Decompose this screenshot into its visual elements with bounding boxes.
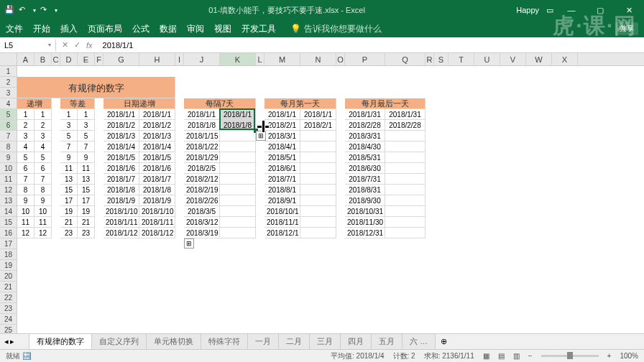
row-header-20[interactable]: 20: [0, 271, 17, 282]
data-cell[interactable]: [385, 217, 426, 228]
data-cell[interactable]: 2018/1/1: [139, 109, 175, 120]
data-cell[interactable]: 7: [17, 174, 34, 185]
col-header-F[interactable]: F: [95, 53, 104, 65]
autofill-options-button[interactable]: ⊞: [256, 131, 266, 141]
data-cell[interactable]: 19: [60, 206, 78, 217]
row-header-24[interactable]: 24: [0, 314, 17, 325]
tab-developer[interactable]: 开发工具: [242, 23, 276, 35]
row-header-4[interactable]: 4: [0, 98, 17, 109]
data-cell[interactable]: 1: [78, 109, 95, 120]
data-cell[interactable]: 2018/1/2: [104, 120, 139, 131]
user-name[interactable]: Happy: [516, 6, 539, 14]
sheet-tab[interactable]: 特殊字符: [201, 333, 248, 351]
zoom-slider[interactable]: [541, 355, 599, 357]
sheet-tab[interactable]: 二月: [278, 333, 310, 351]
data-cell[interactable]: 2018/1/7: [104, 174, 139, 185]
data-cell[interactable]: 19: [78, 206, 95, 217]
col-header-D[interactable]: D: [60, 53, 78, 65]
tab-review[interactable]: 审阅: [187, 23, 204, 35]
data-cell[interactable]: 15: [60, 185, 78, 195]
data-cell[interactable]: 3: [60, 120, 78, 131]
data-cell[interactable]: 2018/2/1: [300, 120, 336, 131]
data-cell[interactable]: 2018/1/6: [104, 163, 139, 174]
col-header-X[interactable]: X: [552, 53, 578, 65]
data-cell[interactable]: 2018/1/1: [264, 109, 300, 120]
data-cell[interactable]: 2018/10/31: [345, 206, 385, 217]
data-cell[interactable]: 2018/1/9: [104, 195, 139, 206]
save-icon[interactable]: 💾: [4, 5, 14, 15]
section-header[interactable]: 每月最后一天: [345, 98, 426, 109]
data-cell[interactable]: [385, 174, 426, 185]
tab-view[interactable]: 视图: [214, 23, 231, 35]
data-cell[interactable]: 2018/1/8: [220, 120, 256, 131]
data-cell[interactable]: 2018/1/3: [139, 131, 175, 141]
data-cell[interactable]: 10: [34, 206, 52, 217]
data-cell[interactable]: 2018/1/8: [184, 120, 220, 131]
data-cell[interactable]: 2018/3/5: [184, 206, 220, 217]
data-cell[interactable]: 2018/1/12: [104, 228, 139, 238]
data-cell[interactable]: 2018/2/28: [385, 120, 426, 131]
tab-insert[interactable]: 插入: [60, 23, 78, 35]
data-cell[interactable]: 2: [17, 120, 34, 131]
data-cell[interactable]: 3: [17, 131, 34, 141]
data-cell[interactable]: 23: [78, 228, 95, 238]
close-button[interactable]: ✕: [618, 3, 640, 17]
row-header-7[interactable]: 7: [0, 131, 17, 141]
col-header-L[interactable]: L: [256, 53, 264, 65]
row-header-9[interactable]: 9: [0, 152, 17, 163]
minimize-button[interactable]: —: [561, 3, 582, 17]
col-header-E[interactable]: E: [78, 53, 95, 65]
data-cell[interactable]: 7: [78, 141, 95, 152]
section-header[interactable]: 每隔7天: [184, 98, 256, 109]
row-header-22[interactable]: 22: [0, 292, 17, 303]
data-cell[interactable]: [300, 206, 336, 217]
data-cell[interactable]: [300, 174, 336, 185]
data-cell[interactable]: 2018/9/1: [264, 195, 300, 206]
data-cell[interactable]: 2018/1/1: [220, 109, 256, 120]
col-header-B[interactable]: B: [34, 53, 52, 65]
data-cell[interactable]: 9: [78, 152, 95, 163]
row-header-2[interactable]: 2: [0, 77, 17, 88]
data-cell[interactable]: [220, 152, 256, 163]
data-cell[interactable]: 2018/1/8: [139, 185, 175, 195]
data-cell[interactable]: 4: [17, 141, 34, 152]
data-cell[interactable]: 2018/1/11: [139, 217, 175, 228]
data-cell[interactable]: 2018/1/10: [104, 206, 139, 217]
data-cell[interactable]: [385, 141, 426, 152]
share-button[interactable]: 共享: [615, 22, 638, 35]
data-cell[interactable]: 2018/5/31: [345, 152, 385, 163]
data-cell[interactable]: [220, 195, 256, 206]
data-cell[interactable]: [385, 206, 426, 217]
data-cell[interactable]: 21: [78, 217, 95, 228]
data-cell[interactable]: 7: [34, 174, 52, 185]
data-cell[interactable]: 2018/2/26: [184, 195, 220, 206]
row-header-21[interactable]: 21: [0, 282, 17, 292]
undo-dropdown-icon[interactable]: ▾: [33, 7, 36, 14]
data-cell[interactable]: 21: [60, 217, 78, 228]
data-cell[interactable]: [385, 185, 426, 195]
data-cell[interactable]: 12: [17, 228, 34, 238]
data-cell[interactable]: 2018/1/4: [104, 141, 139, 152]
section-header[interactable]: 等差: [60, 98, 95, 109]
col-header-P[interactable]: P: [345, 53, 385, 65]
data-cell[interactable]: 12: [34, 228, 52, 238]
data-cell[interactable]: 2018/5/1: [264, 152, 300, 163]
data-cell[interactable]: 2018/1/9: [139, 195, 175, 206]
col-header-K[interactable]: K: [220, 53, 256, 65]
data-cell[interactable]: 1: [34, 109, 52, 120]
data-cell[interactable]: 2018/2/5: [184, 163, 220, 174]
data-cell[interactable]: [385, 163, 426, 174]
data-cell[interactable]: 11: [60, 163, 78, 174]
data-cell[interactable]: [300, 141, 336, 152]
data-cell[interactable]: 23: [60, 228, 78, 238]
data-cell[interactable]: 1: [17, 109, 34, 120]
data-cell[interactable]: 2018/1/29: [184, 152, 220, 163]
row-header-14[interactable]: 14: [0, 206, 17, 217]
data-cell[interactable]: 9: [60, 152, 78, 163]
data-cell[interactable]: 5: [17, 152, 34, 163]
data-cell[interactable]: [300, 217, 336, 228]
data-cell[interactable]: 1: [60, 109, 78, 120]
data-cell[interactable]: 2018/1/31: [345, 109, 385, 120]
data-cell[interactable]: 4: [34, 141, 52, 152]
data-cell[interactable]: [300, 131, 336, 141]
